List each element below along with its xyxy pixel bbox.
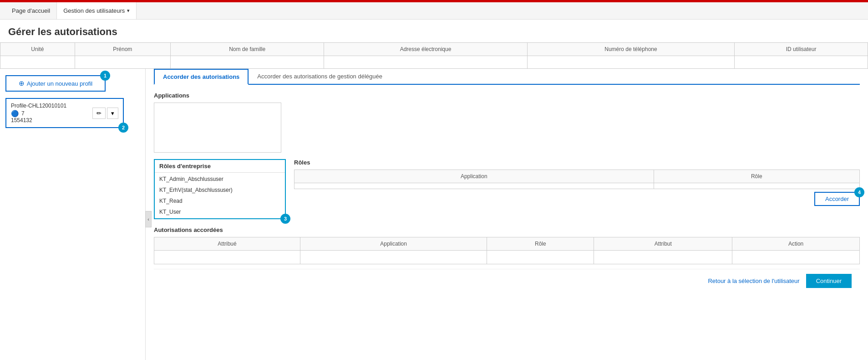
filter-nom-cell[interactable]: [171, 56, 324, 69]
filter-table: Unité Prénom Nom de famille Adresse élec…: [0, 42, 868, 69]
tab-delegation-label: Accorder des autorisations de gestion dé…: [257, 73, 382, 80]
profile-number: 1554132: [11, 117, 66, 123]
edit-icon: ✏: [96, 110, 102, 117]
autorisations-table: Attribué Application Rôle Attribut Actio…: [154, 237, 860, 264]
step-badge-2: 2: [118, 123, 128, 133]
continue-button[interactable]: Continuer: [806, 274, 852, 288]
nav-management-label: Gestion des utilisateurs: [63, 7, 125, 14]
enterprise-roles-box: Rôles d'entreprise KT_Admin_Abschlussuse…: [154, 159, 286, 219]
auto-col-attribue: Attribué: [154, 237, 300, 251]
roles-table-area: Rôles Application Rôle: [294, 159, 860, 206]
applications-title: Applications: [154, 92, 860, 99]
chevron-down-icon: ▾: [111, 110, 114, 117]
back-to-user-selection-button[interactable]: Retour à la sélection de l'utilisateur: [708, 278, 799, 284]
nav-chevron-icon: ▾: [127, 8, 130, 14]
collapse-icon: ‹: [147, 216, 149, 222]
add-profile-label: Ajouter un nouveau profil: [27, 80, 93, 87]
nav-bar: Page d'accueil Gestion des utilisateurs …: [0, 2, 868, 20]
nav-home[interactable]: Page d'accueil: [5, 2, 56, 19]
collapse-panel-button[interactable]: ‹: [145, 211, 152, 227]
main-layout: ⊕ Ajouter un nouveau profil 1 Profile-CH…: [0, 69, 868, 360]
role-item-1[interactable]: KT_ErhV(stat_Abschlussuser): [155, 185, 285, 195]
nav-home-label: Page d'accueil: [12, 7, 50, 14]
autorisations-title: Autorisations accordées: [154, 226, 860, 233]
roles-col-application: Application: [294, 170, 654, 183]
profile-item: Profile-CHL120010101 🔵 7 1554132 ✏ ▾: [5, 98, 124, 128]
roles-col-role: Rôle: [654, 170, 859, 183]
role-item-2[interactable]: KT_Read: [155, 195, 285, 206]
role-item-3[interactable]: KT_User: [155, 206, 285, 217]
col-prenom: Prénom: [75, 43, 170, 56]
auto-col-attribut: Attribut: [594, 237, 732, 251]
roles-table-empty-row: [294, 183, 860, 189]
accorder-btn-area: Accorder 4: [294, 192, 860, 206]
roles-app-cell: [294, 183, 654, 189]
tabs-bar: Accorder des autorisations Accorder des …: [154, 69, 860, 85]
filter-prenom-cell[interactable]: [75, 56, 170, 69]
edit-profile-button[interactable]: ✏: [92, 108, 106, 119]
filter-id-cell[interactable]: [735, 56, 868, 69]
applications-box[interactable]: [154, 103, 281, 153]
profile-id-row: 🔵 7: [11, 110, 66, 117]
add-profile-button[interactable]: ⊕ Ajouter un nouveau profil: [5, 75, 106, 92]
plus-icon: ⊕: [19, 79, 25, 87]
role-item-0[interactable]: KT_Admin_Abschlussuser: [155, 174, 285, 185]
enterprise-roles-list[interactable]: KT_Admin_Abschlussuser KT_ErhV(stat_Absc…: [155, 173, 285, 218]
tab-accorder-label: Accorder des autorisations: [163, 73, 239, 80]
profile-info: Profile-CHL120010101 🔵 7 1554132: [11, 103, 66, 123]
right-panel: Accorder des autorisations Accorder des …: [146, 69, 868, 360]
col-tel: Numéro de téléphone: [527, 43, 734, 56]
tab-accorder-delegation[interactable]: Accorder des autorisations de gestion dé…: [249, 69, 391, 85]
step-badge-4: 4: [854, 187, 864, 197]
filter-email-cell[interactable]: [324, 56, 527, 69]
nav-management[interactable]: Gestion des utilisateurs ▾: [56, 2, 137, 19]
filter-tel-cell[interactable]: [527, 56, 734, 69]
roles-role-cell: [654, 183, 859, 189]
applications-section: Applications: [154, 92, 860, 153]
step-badge-1: 1: [100, 71, 110, 81]
col-unite: Unité: [0, 43, 75, 56]
auto-col-action: Action: [732, 237, 860, 251]
expand-profile-button[interactable]: ▾: [107, 108, 118, 119]
auto-table-empty-row: [154, 251, 860, 264]
roles-title: Rôles: [294, 159, 860, 166]
roles-area: Rôles d'entreprise KT_Admin_Abschlussuse…: [154, 159, 860, 219]
autorisations-section: Autorisations accordées Attribué Applica…: [154, 226, 860, 264]
enterprise-roles-title: Rôles d'entreprise: [155, 160, 285, 173]
col-id: ID utilisateur: [735, 43, 868, 56]
col-email: Adresse électronique: [324, 43, 527, 56]
filter-unite-cell[interactable]: [0, 56, 75, 69]
tab-accorder-autorisations[interactable]: Accorder des autorisations: [154, 69, 249, 85]
left-panel: ⊕ Ajouter un nouveau profil 1 Profile-CH…: [0, 69, 146, 360]
bottom-bar: Retour à la sélection de l'utilisateur C…: [154, 269, 860, 293]
toggle-icon[interactable]: 🔵: [11, 110, 19, 117]
profile-name: Profile-CHL120010101: [11, 103, 66, 109]
accorder-label: Accorder: [825, 195, 849, 202]
roles-table: Application Rôle: [294, 170, 860, 189]
auto-col-role: Rôle: [487, 237, 594, 251]
step-badge-3: 3: [280, 214, 290, 224]
profile-actions: ✏ ▾: [92, 108, 118, 119]
accorder-button[interactable]: Accorder: [814, 192, 860, 206]
col-nom: Nom de famille: [171, 43, 324, 56]
page-title: Gérer les autorisations: [0, 20, 868, 42]
profile-id-number: 7: [21, 110, 25, 117]
auto-col-application: Application: [300, 237, 487, 251]
